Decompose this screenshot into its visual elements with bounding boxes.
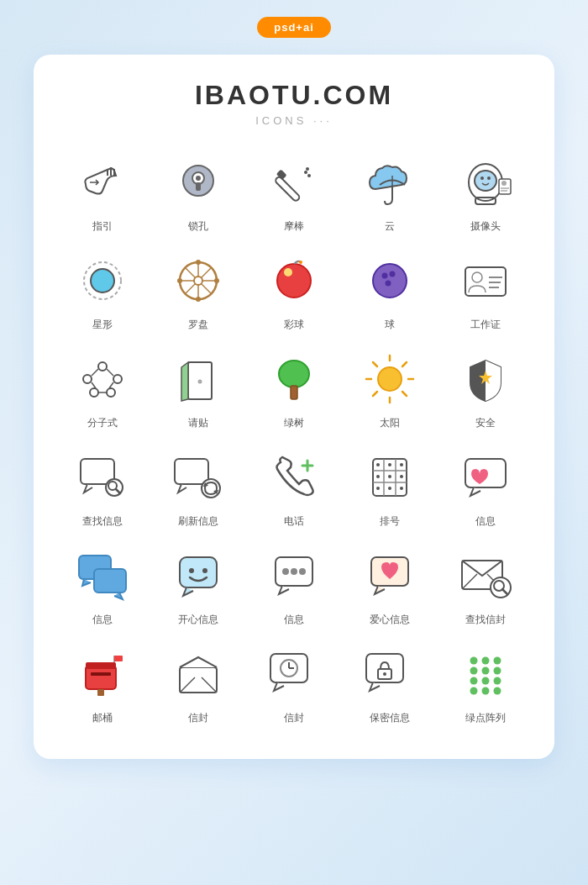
svg-point-30 xyxy=(196,260,201,265)
svg-rect-115 xyxy=(97,689,104,696)
badge: psd+ai xyxy=(257,17,331,38)
svg-point-39 xyxy=(382,273,388,279)
svg-point-33 xyxy=(214,278,219,283)
svg-rect-118 xyxy=(180,667,217,693)
svg-point-59 xyxy=(279,361,309,387)
svg-point-17 xyxy=(487,176,491,180)
svg-point-20 xyxy=(501,181,507,186)
svg-rect-6 xyxy=(196,182,201,191)
svg-point-129 xyxy=(482,657,490,665)
icons-grid: 指引 锁孔 xyxy=(59,152,529,725)
svg-point-48 xyxy=(83,375,92,383)
svg-point-34 xyxy=(194,277,202,285)
icon-fenzishi: 分子式 xyxy=(59,349,146,430)
icon-mochai: 摩棒 xyxy=(250,152,338,234)
svg-rect-113 xyxy=(86,662,116,669)
svg-point-130 xyxy=(494,657,501,665)
svg-point-40 xyxy=(390,271,396,277)
svg-point-103 xyxy=(291,568,297,575)
svg-point-127 xyxy=(383,672,386,676)
svg-line-54 xyxy=(92,382,96,388)
svg-line-53 xyxy=(107,369,113,376)
icon-qingtie: 请贴 xyxy=(155,349,242,430)
svg-point-132 xyxy=(482,667,490,675)
svg-point-35 xyxy=(277,264,311,298)
svg-point-93 xyxy=(388,487,391,490)
icon-chazhao: 查找信息 xyxy=(59,447,146,529)
svg-point-47 xyxy=(98,362,107,371)
svg-point-134 xyxy=(470,677,478,685)
svg-point-41 xyxy=(386,281,391,287)
icon-aixin: 爱心信息 xyxy=(346,545,433,627)
svg-rect-98 xyxy=(180,557,217,587)
icon-xinxi2: 信息 xyxy=(59,545,146,627)
svg-point-31 xyxy=(196,297,201,302)
icon-ludian: 绿点阵列 xyxy=(442,644,529,725)
icon-yun: 云 xyxy=(346,152,433,234)
svg-point-102 xyxy=(282,568,289,575)
svg-point-88 xyxy=(400,463,403,466)
icon-caiqiu: 彩球 xyxy=(250,250,338,332)
icon-dianhua: 电话 xyxy=(250,447,338,529)
svg-point-94 xyxy=(400,487,403,490)
icon-qiu: 球 xyxy=(346,250,433,332)
card-header: IBAOTU.COM ICONS ··· xyxy=(59,80,529,127)
icon-paihao: 排号 xyxy=(346,447,433,529)
icon-shuaxin: 刷新信息 xyxy=(155,447,242,529)
icon-anquan: 安全 xyxy=(442,349,529,430)
icon-xinxing: 星形 xyxy=(59,250,146,332)
icon-xinxi: 信息 xyxy=(442,447,529,529)
svg-rect-7 xyxy=(275,176,301,202)
svg-point-99 xyxy=(189,568,194,573)
svg-line-66 xyxy=(373,362,377,366)
svg-line-55 xyxy=(109,382,113,388)
svg-point-138 xyxy=(482,687,490,695)
svg-point-51 xyxy=(107,388,115,397)
icon-luopan: 罗盘 xyxy=(155,250,242,332)
svg-point-91 xyxy=(400,475,403,478)
card: IBAOTU.COM ICONS ··· 指引 xyxy=(34,55,554,759)
svg-rect-114 xyxy=(91,672,111,676)
svg-point-135 xyxy=(482,677,490,685)
card-subtitle: ICONS ··· xyxy=(59,114,529,127)
svg-point-87 xyxy=(388,463,391,466)
svg-point-104 xyxy=(299,568,306,575)
svg-rect-117 xyxy=(114,656,123,661)
svg-point-89 xyxy=(376,475,380,478)
svg-point-5 xyxy=(196,176,201,181)
svg-point-37 xyxy=(299,261,302,264)
svg-line-68 xyxy=(373,392,377,396)
svg-point-32 xyxy=(177,278,182,283)
svg-rect-60 xyxy=(291,386,297,399)
svg-point-9 xyxy=(304,171,307,174)
icon-chafengeng: 查找信封 xyxy=(442,545,529,627)
svg-rect-97 xyxy=(94,569,126,593)
svg-point-24 xyxy=(91,269,114,292)
svg-rect-75 xyxy=(175,459,208,484)
svg-point-86 xyxy=(376,463,380,466)
svg-rect-112 xyxy=(86,666,116,689)
svg-point-133 xyxy=(494,667,501,675)
icon-suokong: 锁孔 xyxy=(155,152,242,234)
icon-zhiyin: 指引 xyxy=(59,152,146,234)
svg-point-92 xyxy=(376,487,380,490)
svg-point-131 xyxy=(470,667,478,675)
icon-youtong: 邮桶 xyxy=(59,644,146,725)
svg-point-10 xyxy=(307,174,311,177)
svg-point-15 xyxy=(475,171,496,191)
svg-point-36 xyxy=(284,268,292,277)
card-title: IBAOTU.COM xyxy=(59,80,529,111)
svg-point-50 xyxy=(90,388,98,397)
svg-point-58 xyxy=(198,380,202,384)
svg-point-49 xyxy=(113,375,122,383)
icon-kaixin: 开心信息 xyxy=(155,545,242,627)
svg-point-136 xyxy=(494,677,501,685)
svg-point-100 xyxy=(202,568,207,573)
icon-baomi: 保密信息 xyxy=(346,644,433,725)
icon-xinfeng: 信封 xyxy=(155,644,242,725)
svg-point-139 xyxy=(494,687,501,695)
svg-point-16 xyxy=(480,176,484,180)
icon-shexiangtou: 摄像头 xyxy=(442,152,529,234)
svg-point-61 xyxy=(378,367,402,391)
svg-line-52 xyxy=(92,369,98,376)
